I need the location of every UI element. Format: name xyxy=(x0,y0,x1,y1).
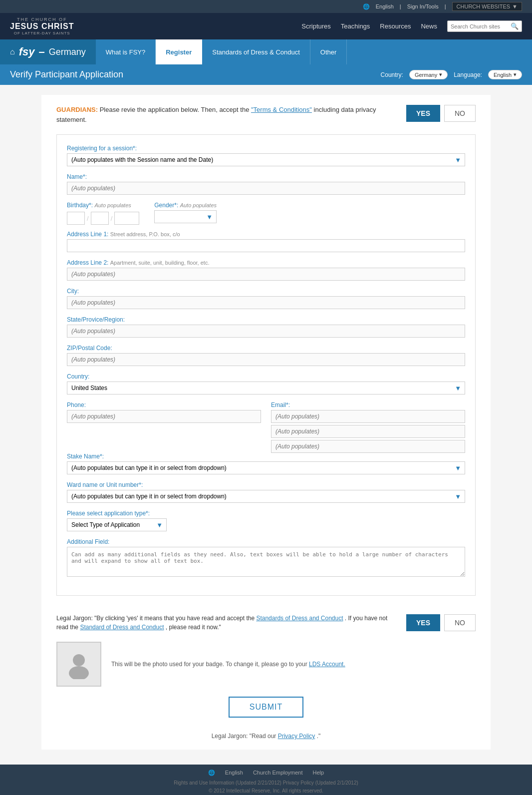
ward-group: Ward name or Unit number*: (Auto populat… xyxy=(67,481,465,503)
stake-group: Stake Name*: (Auto populates but can typ… xyxy=(67,453,465,474)
stake-select[interactable]: (Auto populates but can type it in or se… xyxy=(67,461,465,474)
svg-point-0 xyxy=(73,654,85,666)
zip-group: ZIP/Postal Code: xyxy=(67,345,465,366)
guardians-notice: GUARDIANS: Please revie the application … xyxy=(56,105,476,124)
language-label: Language: xyxy=(454,71,482,78)
fsy-text: fsy xyxy=(19,45,35,58)
gender-select[interactable] xyxy=(154,210,217,223)
country-select-wrap: United States ▼ xyxy=(67,382,465,395)
zip-label: ZIP/Postal Code: xyxy=(67,345,465,352)
footer-employment-link[interactable]: Church Employment xyxy=(253,770,303,776)
state-group: State/Provice/Region: xyxy=(67,316,465,338)
legal-text: Legal Jargon: "By clicking 'yes' it mean… xyxy=(56,614,396,632)
yes-no-buttons: YES NO xyxy=(406,105,476,122)
footer-english-link[interactable]: English xyxy=(225,770,243,776)
legal-yes-button[interactable]: YES xyxy=(406,614,440,631)
email-stack xyxy=(271,410,465,453)
footer-legal: Rights and Use Information (Updated 2/21… xyxy=(10,779,522,795)
top-bar: 🌐 English | Sign In/Tools | CHURCH WEBSI… xyxy=(0,0,532,13)
legal-text1: Legal Jargon: "By clicking 'yes' it mean… xyxy=(56,615,256,622)
additional-group: Additional Field: xyxy=(67,538,465,578)
legal-yes-no-buttons: YES NO xyxy=(406,614,476,631)
nav-news[interactable]: News xyxy=(421,22,437,30)
address2-input[interactable] xyxy=(67,268,465,281)
email-label: Email*: xyxy=(271,401,465,408)
search-icon[interactable]: 🔍 xyxy=(511,22,519,30)
country-group: Country: United States ▼ xyxy=(67,373,465,395)
nav-scriptures[interactable]: Scriptures xyxy=(301,22,331,30)
search-box: 🔍 xyxy=(447,20,522,32)
email-input-3[interactable] xyxy=(271,440,465,453)
birthday-year[interactable] xyxy=(114,212,139,225)
state-input[interactable] xyxy=(67,325,465,338)
fsy-nav-items: What is FSY? Register Standards of Dress… xyxy=(96,39,532,64)
country-select[interactable]: United States xyxy=(67,382,465,395)
yes-button[interactable]: YES xyxy=(406,105,440,122)
privacy-footer: Legal Jargon: "Read our Privacy Policy .… xyxy=(56,733,476,740)
privacy-policy-link[interactable]: Privacy Policy xyxy=(278,733,315,740)
name-label: Name*: xyxy=(67,173,465,180)
birthday-day[interactable] xyxy=(91,212,109,225)
fsy-nav-what-is-fsy[interactable]: What is FSY? xyxy=(96,39,156,64)
session-label: Registering for a session*: xyxy=(67,145,465,152)
session-select-wrap: (Auto populates with the Session name an… xyxy=(67,153,465,166)
state-label: State/Provice/Region: xyxy=(67,316,465,323)
gender-select-wrap: ▼ xyxy=(154,210,217,223)
zip-input[interactable] xyxy=(67,353,465,366)
address1-group: Address Line 1: Street address, P.O. box… xyxy=(67,231,465,252)
english-link[interactable]: English xyxy=(376,3,394,9)
home-icon: ⌂ xyxy=(10,47,15,56)
birthday-month[interactable] xyxy=(67,212,85,225)
lds-account-link[interactable]: LDS Account. xyxy=(309,661,345,668)
name-input[interactable] xyxy=(67,182,465,195)
fsy-brand: ⌂ fsy – Germany xyxy=(0,39,96,64)
ward-select[interactable]: (Auto populates but can type it in or se… xyxy=(67,490,465,503)
signin-link[interactable]: Sign In/Tools xyxy=(407,3,439,9)
birthday-group: Birthday*: Auto populates / / xyxy=(67,202,139,225)
birthday-gender-row: Birthday*: Auto populates / / Gender*: A… xyxy=(67,202,465,225)
search-input[interactable] xyxy=(451,23,511,29)
main-nav: Scriptures Teachings Resources News 🔍 xyxy=(301,20,522,32)
language-selector[interactable]: English ▾ xyxy=(488,70,522,79)
submit-button[interactable]: SUBMIT xyxy=(229,697,303,718)
chevron-down-icon: ▾ xyxy=(514,71,517,78)
legal-no-button[interactable]: NO xyxy=(444,614,476,631)
additional-textarea[interactable] xyxy=(67,547,465,577)
country-form-label: Country: xyxy=(67,373,465,380)
phone-input[interactable] xyxy=(67,410,261,423)
email-input-1[interactable] xyxy=(271,410,465,423)
divider: | xyxy=(400,3,401,9)
ward-label: Ward name or Unit number*: xyxy=(67,481,465,488)
phone-email-row: Phone: Email*: xyxy=(67,401,465,453)
ward-select-wrap: (Auto populates but can type it in or se… xyxy=(67,490,465,503)
fsy-nav-other[interactable]: Other xyxy=(310,39,347,64)
standards-link2[interactable]: Standard of Dress and Conduct xyxy=(80,624,164,631)
terms-conditions-link[interactable]: "Terms & Conditions" xyxy=(251,106,312,113)
standards-link1[interactable]: Standards of Dress and Conduct xyxy=(256,615,343,622)
fsy-nav-standards[interactable]: Standards of Dress & Conduct xyxy=(202,39,310,64)
page-title-bar: Verify Participant Application Country: … xyxy=(0,64,532,85)
guardians-label: GUARDIANS: xyxy=(56,106,98,113)
church-websites-button[interactable]: CHURCH WEBSITES ▼ xyxy=(452,2,522,11)
brand-dash: – xyxy=(38,45,44,58)
gender-group: Gender*: Auto populates ▼ xyxy=(154,202,217,223)
city-input[interactable] xyxy=(67,296,465,309)
address1-input[interactable] xyxy=(67,239,465,252)
session-select[interactable]: (Auto populates with the Session name an… xyxy=(67,153,465,166)
footer-help-link[interactable]: Help xyxy=(313,770,324,776)
no-button[interactable]: NO xyxy=(444,105,476,122)
app-type-select-wrap: Select Type of Application ▼ xyxy=(67,518,167,531)
site-footer: 🌐 English Church Employment Help Rights … xyxy=(0,765,532,795)
fsy-nav-register[interactable]: Register xyxy=(156,39,202,64)
app-type-label: Please select application type*: xyxy=(67,510,465,517)
app-type-select[interactable]: Select Type of Application xyxy=(67,518,167,531)
birthday-inputs: / / xyxy=(67,212,139,225)
country-selector[interactable]: Germany ▾ xyxy=(409,70,448,79)
name-group: Name*: xyxy=(67,173,465,195)
address2-label: Address Line 2: Apartment, suite, unit, … xyxy=(67,259,465,266)
fsy-nav: ⌂ fsy – Germany What is FSY? Register St… xyxy=(0,39,532,64)
nav-teachings[interactable]: Teachings xyxy=(341,22,370,30)
nav-resources[interactable]: Resources xyxy=(380,22,411,30)
email-input-2[interactable] xyxy=(271,425,465,438)
gender-label: Gender*: Auto populates xyxy=(154,202,217,209)
